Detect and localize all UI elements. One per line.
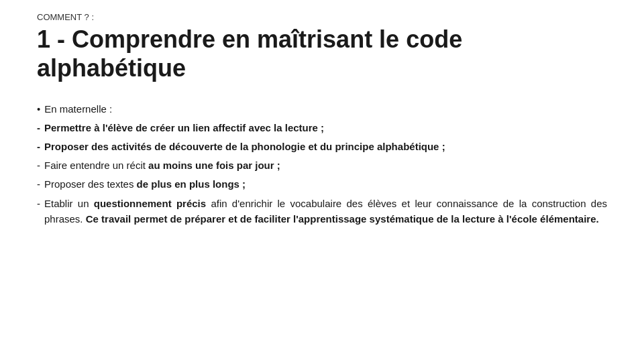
- bold-text-4: de plus en plus longs ;: [137, 178, 246, 190]
- main-title: 1 - Comprendre en maîtrisant le code alp…: [37, 25, 607, 82]
- bullet-item-1: • En maternelle :: [37, 101, 607, 117]
- dash-symbol-2: -: [37, 139, 40, 154]
- list-item-4: - Proposer des textes de plus en plus lo…: [37, 176, 607, 192]
- list-text-3: Faire entendre un récit au moins une foi…: [44, 158, 607, 173]
- list-text-2: Proposer des activités de découverte de …: [44, 139, 607, 154]
- bold-text-5b: Ce travail permet de préparer et de faci…: [86, 213, 599, 225]
- list-item-2: - Proposer des activités de découverte d…: [37, 139, 607, 154]
- list-text-1: Permettre à l'élève de créer un lien aff…: [44, 120, 607, 135]
- list-text-5: Etablir un questionnement précis afin d'…: [44, 196, 607, 227]
- title-prefix: 1 -: [37, 25, 72, 53]
- dash-symbol-1: -: [37, 120, 40, 135]
- comment-label: COMMENT ? :: [37, 12, 607, 22]
- title-bold: Comprendre en maîtrisant le code alphabé…: [37, 25, 462, 82]
- dash-symbol-5: -: [37, 196, 40, 211]
- bullet-text-1: En maternelle :: [44, 101, 607, 117]
- content-section: • En maternelle : - Permettre à l'élève …: [37, 101, 607, 227]
- bullet-symbol-1: •: [37, 101, 40, 117]
- list-item-3: - Faire entendre un récit au moins une f…: [37, 158, 607, 173]
- list-text-4: Proposer des textes de plus en plus long…: [44, 176, 607, 192]
- bold-text-5a: questionnement précis: [94, 198, 206, 209]
- list-item-1: - Permettre à l'élève de créer un lien a…: [37, 120, 607, 135]
- bold-text-3: au moins une fois par jour ;: [148, 160, 280, 171]
- dash-symbol-4: -: [37, 176, 40, 192]
- page-container: COMMENT ? : 1 - Comprendre en maîtrisant…: [0, 0, 644, 362]
- list-item-5: - Etablir un questionnement précis afin …: [37, 196, 607, 227]
- dash-symbol-3: -: [37, 158, 40, 173]
